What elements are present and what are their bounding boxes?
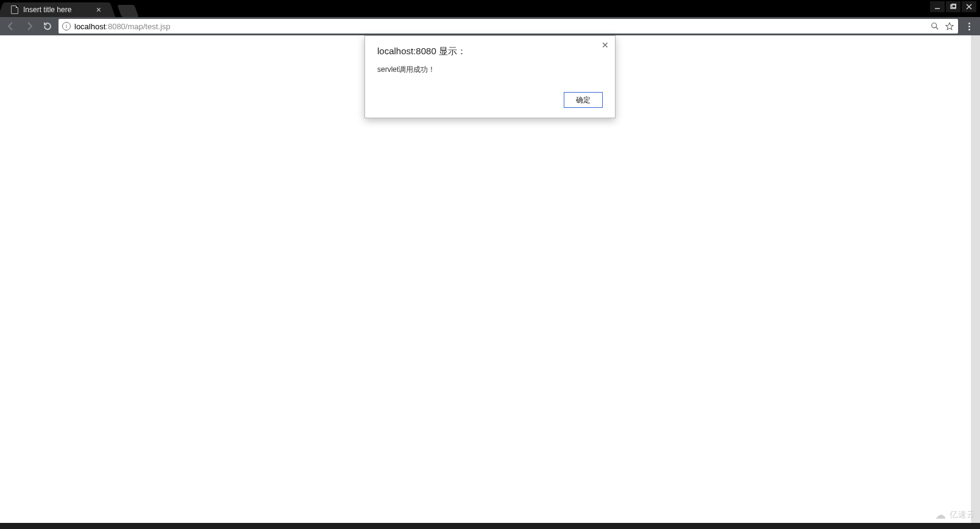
alert-message: servlet调用成功！ bbox=[377, 65, 603, 75]
nav-back-button[interactable] bbox=[4, 19, 18, 34]
alert-ok-button[interactable]: 确定 bbox=[564, 92, 603, 108]
scrollbar-thumb[interactable] bbox=[971, 35, 980, 523]
page-icon bbox=[11, 5, 18, 14]
kebab-menu-icon bbox=[968, 23, 970, 30]
alert-close-icon[interactable]: ✕ bbox=[602, 41, 609, 49]
nav-forward-button[interactable] bbox=[22, 19, 37, 34]
tab-title: Insert title here bbox=[23, 5, 95, 14]
js-alert-dialog: ✕ localhost:8080 显示： servlet调用成功！ 确定 bbox=[364, 35, 616, 118]
browser-tab[interactable]: Insert title here × bbox=[5, 2, 108, 17]
site-info-icon[interactable]: i bbox=[62, 22, 71, 30]
os-taskbar[interactable] bbox=[0, 523, 980, 529]
tab-close-icon[interactable]: × bbox=[95, 5, 102, 14]
vertical-scrollbar[interactable] bbox=[971, 35, 980, 523]
omnibox-actions bbox=[930, 21, 954, 31]
address-bar[interactable]: i localhost:8080/map/test.jsp bbox=[59, 19, 958, 34]
browser-toolbar: i localhost:8080/map/test.jsp bbox=[0, 17, 980, 35]
url-hostname: localhost bbox=[74, 22, 105, 31]
page-viewport: ✕ localhost:8080 显示： servlet调用成功！ 确定 bbox=[0, 35, 980, 523]
url-path: :8080/map/test.jsp bbox=[105, 22, 170, 31]
window-controls bbox=[930, 1, 976, 12]
window-maximize-button[interactable] bbox=[946, 1, 960, 12]
window-minimize-button[interactable] bbox=[930, 1, 945, 12]
svg-point-2 bbox=[932, 23, 937, 28]
nav-reload-button[interactable] bbox=[40, 19, 55, 34]
new-tab-button[interactable] bbox=[117, 5, 138, 17]
bookmark-star-icon[interactable] bbox=[945, 21, 954, 31]
window-title-bar: Insert title here × bbox=[0, 0, 980, 17]
window-close-button[interactable] bbox=[962, 1, 976, 12]
alert-title: localhost:8080 显示： bbox=[377, 46, 603, 57]
alert-actions: 确定 bbox=[377, 92, 603, 108]
browser-menu-button[interactable] bbox=[962, 19, 976, 34]
zoom-icon[interactable] bbox=[930, 21, 940, 31]
